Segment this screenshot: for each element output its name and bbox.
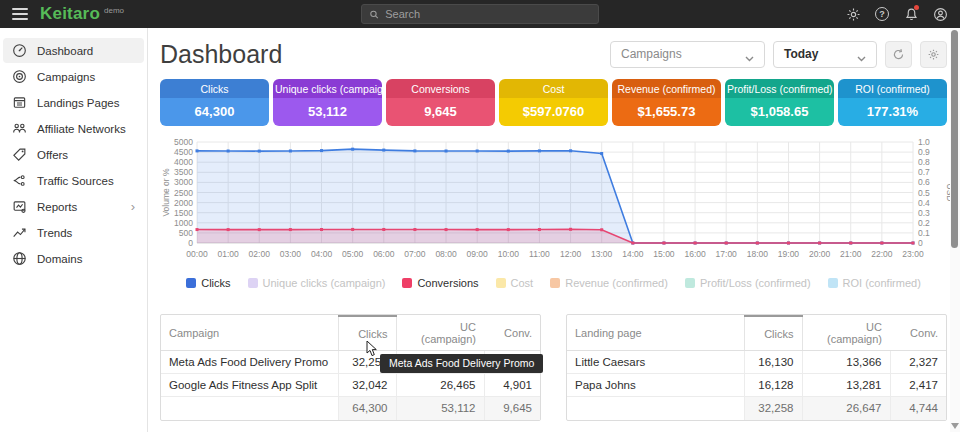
metric-card-label: Cost xyxy=(499,79,608,98)
global-search[interactable] xyxy=(361,4,599,24)
legend-swatch xyxy=(828,278,838,288)
column-header-uc-campaign-[interactable]: UC (campaign) xyxy=(802,316,890,351)
date-range-select[interactable]: Today xyxy=(773,41,877,68)
svg-text:23:00: 23:00 xyxy=(902,249,924,259)
affiliate-network-icon xyxy=(12,121,27,136)
sidebar-item-reports[interactable]: Reports› xyxy=(3,194,144,219)
sidebar-item-label: Campaigns xyxy=(37,71,95,83)
legend-item-unique-clicks-campaign-[interactable]: Unique clicks (campaign) xyxy=(248,277,386,289)
table-row[interactable]: Papa Johns16,12813,2812,417 xyxy=(567,374,946,397)
search-input[interactable] xyxy=(385,8,591,20)
main-content: Dashboard Campaigns Today Clicks64,300Un xyxy=(148,28,950,432)
metric-card-profit-loss-confirmed-[interactable]: Profit/Loss (confirmed)$1,058.65 xyxy=(725,79,834,126)
search-icon xyxy=(369,9,379,20)
column-header-clicks[interactable]: Clicks xyxy=(338,316,396,351)
row-name-cell: Meta Ads Food Delivery Promo xyxy=(161,351,338,374)
topbar: Keitaro demo ? xyxy=(0,0,960,28)
vertical-scrollbar[interactable] xyxy=(950,28,960,432)
legend-item-cost[interactable]: Cost xyxy=(496,277,534,289)
sidebar-item-label: Dashboard xyxy=(37,45,93,57)
user-profile-icon[interactable] xyxy=(932,6,948,22)
legend-label: Clicks xyxy=(201,277,230,289)
table-row[interactable]: Google Ads Fitness App Split32,04226,465… xyxy=(161,374,540,397)
column-header-landing-page[interactable]: Landing page xyxy=(567,316,744,351)
legend-item-roi-confirmed-[interactable]: ROI (confirmed) xyxy=(828,277,921,289)
row-value-cell: 4,901 xyxy=(484,374,540,397)
svg-text:3500: 3500 xyxy=(174,167,193,177)
sidebar: DashboardCampaignsLandings PagesAffiliat… xyxy=(0,28,148,432)
legend-item-conversions[interactable]: Conversions xyxy=(402,277,478,289)
row-value-cell: 2,327 xyxy=(890,351,946,374)
page-title: Dashboard xyxy=(160,40,282,69)
svg-text:09:00: 09:00 xyxy=(467,249,489,259)
legend-item-profit-loss-confirmed-[interactable]: Profit/Loss (confirmed) xyxy=(685,277,811,289)
svg-text:1000: 1000 xyxy=(174,218,193,228)
svg-text:12:00: 12:00 xyxy=(560,249,582,259)
keitaro-dashboard-app: Keitaro demo ? DashboardCampaignsLanding… xyxy=(0,0,960,432)
svg-text:0.9: 0.9 xyxy=(918,147,930,157)
column-header-clicks[interactable]: Clicks xyxy=(744,316,802,351)
scrollbar-thumb[interactable] xyxy=(951,30,958,248)
legend-swatch xyxy=(496,278,506,288)
svg-text:2000: 2000 xyxy=(174,198,193,208)
legend-swatch xyxy=(248,278,258,288)
metric-card-unique-clicks-campaign-[interactable]: Unique clicks (campaign)53,112 xyxy=(273,79,382,126)
page-header: Dashboard Campaigns Today xyxy=(160,38,947,70)
metric-card-value: $1,058.65 xyxy=(725,98,834,126)
column-header-campaign[interactable]: Campaign xyxy=(161,316,338,351)
metric-card-cost[interactable]: Cost$597.0760 xyxy=(499,79,608,126)
notifications-bell-icon[interactable] xyxy=(903,6,919,22)
column-header-uc-campaign-[interactable]: UC (campaign) xyxy=(396,316,484,351)
svg-text:22:00: 22:00 xyxy=(871,249,893,259)
svg-text:19:00: 19:00 xyxy=(778,249,800,259)
metric-card-roi-confirmed-[interactable]: ROI (confirmed)177.31% xyxy=(838,79,947,126)
row-value-cell: 32,042 xyxy=(338,374,396,397)
landing-page-icon xyxy=(12,95,27,110)
svg-text:0.1: 0.1 xyxy=(918,228,930,238)
legend-item-clicks[interactable]: Clicks xyxy=(186,277,230,289)
svg-text:0.3: 0.3 xyxy=(918,208,930,218)
row-tooltip: Meta Ads Food Delivery Promo xyxy=(380,354,543,373)
scrollbar-down-arrow-icon[interactable] xyxy=(951,423,959,429)
legend-label: Revenue (confirmed) xyxy=(565,277,668,289)
svg-text:4500: 4500 xyxy=(174,147,193,157)
traffic-chart: 0500100015002000250030003500400045005000… xyxy=(160,137,947,269)
metric-card-revenue-confirmed-[interactable]: Revenue (confirmed)$1,655.73 xyxy=(612,79,721,126)
metric-card-clicks[interactable]: Clicks64,300 xyxy=(160,79,269,126)
sidebar-item-traffic-sources[interactable]: Traffic Sources xyxy=(3,168,144,193)
table-row[interactable]: Little Caesars16,13013,3662,327 xyxy=(567,351,946,374)
sidebar-item-label: Landings Pages xyxy=(37,97,119,109)
sidebar-item-dashboard[interactable]: Dashboard xyxy=(3,38,144,63)
x-axis-ticks: 00:0001:0002:0003:0004:0005:0006:0007:00… xyxy=(186,249,924,259)
legend-item-revenue-confirmed-[interactable]: Revenue (confirmed) xyxy=(550,277,668,289)
demo-badge: demo xyxy=(104,6,124,15)
traffic-chart-svg[interactable]: 0500100015002000250030003500400045005000… xyxy=(160,137,955,265)
total-value-cell: 53,112 xyxy=(396,397,484,420)
column-header-conv-[interactable]: Conv. xyxy=(484,316,540,351)
refresh-button[interactable] xyxy=(885,41,912,68)
total-value-cell: 26,647 xyxy=(802,397,890,420)
metric-card-value: 177.31% xyxy=(838,98,947,126)
sidebar-item-trends[interactable]: Trends xyxy=(3,220,144,245)
sidebar-item-landings-pages[interactable]: Landings Pages xyxy=(3,90,144,115)
menu-hamburger-icon[interactable] xyxy=(12,8,28,20)
metric-card-label: Revenue (confirmed) xyxy=(612,79,721,98)
sidebar-item-campaigns[interactable]: Campaigns xyxy=(3,64,144,89)
settings-gear-icon[interactable] xyxy=(845,6,861,22)
sidebar-item-offers[interactable]: Offers xyxy=(3,142,144,167)
row-value-cell: 16,128 xyxy=(744,374,802,397)
sidebar-item-domains[interactable]: Domains xyxy=(3,246,144,271)
metric-card-conversions[interactable]: Conversions9,645 xyxy=(386,79,495,126)
help-icon[interactable]: ? xyxy=(874,6,890,22)
sidebar-item-affiliate-networks[interactable]: Affiliate Networks xyxy=(3,116,144,141)
sidebar-item-label: Offers xyxy=(37,149,68,161)
svg-text:16:00: 16:00 xyxy=(684,249,706,259)
column-header-conv-[interactable]: Conv. xyxy=(890,316,946,351)
legend-swatch xyxy=(550,278,560,288)
metric-card-label: Unique clicks (campaign) xyxy=(273,79,382,98)
campaigns-filter-select[interactable]: Campaigns xyxy=(610,41,765,68)
dashboard-controls: Campaigns Today xyxy=(610,41,947,68)
chart-settings-button[interactable] xyxy=(920,41,947,68)
total-value-cell: 4,744 xyxy=(890,397,946,420)
svg-text:03:00: 03:00 xyxy=(280,249,302,259)
